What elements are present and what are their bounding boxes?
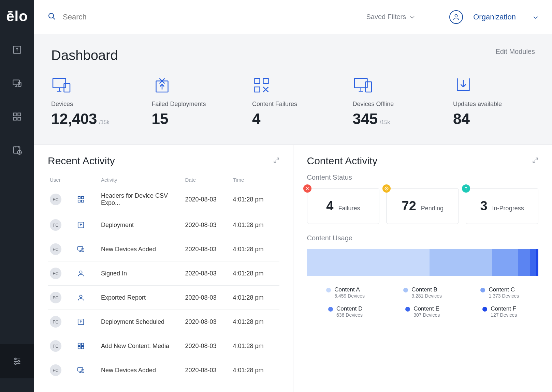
svg-rect-6 xyxy=(18,117,20,120)
svg-rect-21 xyxy=(255,78,260,84)
stat-total: /15k xyxy=(380,119,390,125)
activity-date: 2020-08-03 xyxy=(185,246,233,253)
stat-card[interactable]: Devices 12,403/15k xyxy=(51,77,133,127)
stat-card[interactable]: Devices Offline 345/15k xyxy=(353,77,435,127)
stat-icon xyxy=(252,77,273,94)
activity-text: Deployment Scheduled xyxy=(101,318,185,326)
column-header-time: Time xyxy=(233,177,277,183)
sidebar: ēlo xyxy=(0,0,34,392)
stat-card[interactable]: Failed Deployments 15 xyxy=(152,77,234,127)
stat-label: Content Failures xyxy=(252,101,297,108)
content-status-label: Content Status xyxy=(307,174,539,181)
svg-rect-3 xyxy=(14,113,16,116)
stat-label: Failed Deployments xyxy=(152,101,206,108)
organization-label: Organization xyxy=(473,13,516,21)
status-badge-icon xyxy=(303,184,311,193)
search-icon xyxy=(48,12,56,22)
legend-count: 3,281 Devices xyxy=(411,293,442,299)
svg-line-16 xyxy=(53,17,55,19)
status-badge-icon xyxy=(382,184,391,193)
stat-value: 12,403 xyxy=(51,110,97,127)
avatar: FC xyxy=(50,243,61,255)
activity-text: Deployment xyxy=(101,222,185,229)
chart-segment xyxy=(492,249,518,276)
svg-point-17 xyxy=(455,14,457,17)
nav-item-content[interactable] xyxy=(12,112,22,121)
user-avatar-icon[interactable] xyxy=(449,10,463,24)
legend-dot xyxy=(480,288,485,292)
legend-name: Content E xyxy=(413,305,440,312)
upload-icon xyxy=(77,221,85,229)
stat-icon xyxy=(453,77,474,94)
status-badge-icon xyxy=(462,184,470,193)
activity-time: 4:01:28 pm xyxy=(233,270,277,277)
svg-rect-4 xyxy=(18,113,20,116)
stat-icon xyxy=(353,77,373,94)
stat-card[interactable]: Updates available 84 xyxy=(453,77,535,127)
legend-count: 307 Devices xyxy=(413,312,440,318)
activity-row[interactable]: FC New Devices Added 2020-08-03 4:01:28 … xyxy=(48,237,279,261)
content-activity-panel: Content Activity Content Status 4 Failur… xyxy=(293,145,552,392)
status-card[interactable]: 72 Pending xyxy=(386,188,459,224)
activity-text: Add New Content: Media xyxy=(101,343,185,350)
svg-point-12 xyxy=(15,358,16,360)
chevron-down-icon xyxy=(409,13,415,21)
svg-rect-7 xyxy=(14,147,20,153)
nav-item-schedule[interactable] xyxy=(12,145,22,155)
saved-filters-label: Saved Filters xyxy=(366,13,406,21)
stat-value: 84 xyxy=(453,110,470,127)
legend-dot xyxy=(482,307,487,312)
stat-card[interactable]: Content Failures 4 xyxy=(252,77,334,127)
saved-filters-dropdown[interactable]: Saved Filters xyxy=(366,13,415,21)
activity-text: Signed In xyxy=(101,270,185,277)
svg-rect-37 xyxy=(82,343,84,345)
activity-date: 2020-08-03 xyxy=(185,294,233,301)
activity-time: 4:01:28 pm xyxy=(233,343,277,350)
legend-count: 127 Devices xyxy=(491,312,517,318)
legend-item: Content E 307 Devices xyxy=(384,305,461,318)
nav-item-filters[interactable] xyxy=(12,357,22,366)
edit-modules-link[interactable]: Edit Modules xyxy=(495,48,535,56)
avatar: FC xyxy=(50,268,61,279)
activity-date: 2020-08-03 xyxy=(185,318,233,326)
person-icon xyxy=(77,270,85,277)
organization-dropdown[interactable]: Organization xyxy=(473,13,538,21)
status-card[interactable]: 3 In-Progress xyxy=(466,188,538,224)
nav-item-devices[interactable] xyxy=(12,78,22,88)
activity-row[interactable]: FC Add New Content: Media 2020-08-03 4:0… xyxy=(48,334,279,358)
svg-rect-26 xyxy=(78,197,80,199)
svg-point-34 xyxy=(79,295,82,298)
activity-row[interactable]: FC Exported Report 2020-08-03 4:01:28 pm xyxy=(48,285,279,310)
activity-row[interactable]: FC Headers for Device CSV Expo... 2020-0… xyxy=(48,186,279,213)
activity-row[interactable]: FC New Devices Added 2020-08-03 4:01:28 … xyxy=(48,358,279,382)
svg-point-33 xyxy=(79,271,82,273)
column-header-activity: Activity xyxy=(101,177,185,183)
content-usage-chart xyxy=(307,249,539,276)
avatar: FC xyxy=(50,194,61,205)
svg-rect-38 xyxy=(78,347,80,349)
status-card[interactable]: 4 Failures xyxy=(307,188,380,224)
avatar: FC xyxy=(50,316,61,328)
activity-row[interactable]: FC Deployment 2020-08-03 4:01:28 pm xyxy=(48,213,279,237)
stat-value: 4 xyxy=(252,110,260,127)
stat-label: Updates available xyxy=(453,101,502,108)
expand-icon[interactable] xyxy=(532,157,538,165)
grid-icon xyxy=(77,196,85,203)
activity-text: New Devices Added xyxy=(101,246,185,253)
activity-date: 2020-08-03 xyxy=(185,270,233,277)
search-input[interactable] xyxy=(63,13,366,21)
svg-rect-23 xyxy=(255,87,260,92)
activity-time: 4:01:28 pm xyxy=(233,294,277,301)
svg-rect-27 xyxy=(82,197,84,199)
activity-row[interactable]: FC Signed In 2020-08-03 4:01:28 pm xyxy=(48,261,279,285)
monitor-icon xyxy=(77,245,85,253)
activity-date: 2020-08-03 xyxy=(185,343,233,350)
svg-rect-25 xyxy=(365,82,372,92)
nav-item-upload[interactable] xyxy=(12,45,22,55)
activity-time: 4:01:28 pm xyxy=(233,246,277,253)
legend-dot xyxy=(403,288,408,292)
activity-row[interactable]: FC Deployment Scheduled 2020-08-03 4:01:… xyxy=(48,310,279,334)
expand-icon[interactable] xyxy=(273,157,279,165)
brand-logo: ēlo xyxy=(6,8,28,25)
activity-text: New Devices Added xyxy=(101,367,185,374)
